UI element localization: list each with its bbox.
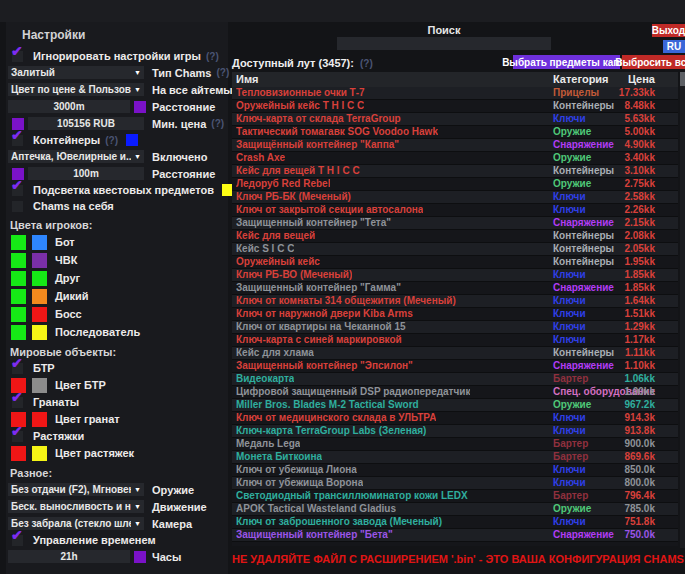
loot-row[interactable]: Защищенный контейнер "Гамма"Снаряжение1.… xyxy=(232,282,678,295)
checkbox-checked[interactable]: ✔ xyxy=(12,135,23,146)
language-button[interactable]: RU xyxy=(663,40,685,53)
sidebar-row-checkbox-28: ✔Управление временем xyxy=(8,532,228,548)
sidebar-row-input-3: 3000mРасстояние xyxy=(8,98,228,115)
loot-row[interactable]: Тактический томагавк SOG Voodoo HawkОруж… xyxy=(232,126,678,139)
value-input[interactable]: 21h xyxy=(8,550,130,563)
loot-row[interactable]: Ключ от убежища ЛионаКлючи850.0k xyxy=(232,464,678,477)
value-input[interactable]: 105156 RUB xyxy=(28,117,144,130)
color-swatch[interactable] xyxy=(32,271,47,286)
checkbox-checked[interactable]: ✔ xyxy=(12,397,23,408)
loot-row[interactable]: Монета БиткоинаБартер869.6k xyxy=(232,451,678,464)
window-titlebar xyxy=(0,0,685,22)
loot-row[interactable]: Оружейный кейсКонтейнеры1.95kk xyxy=(232,256,678,269)
select-kappa-items-button[interactable]: Выбрать предметы каппа xyxy=(513,55,620,69)
loot-row[interactable]: Ключ от квартиры на Чеканной 15Ключи1.29… xyxy=(232,321,678,334)
loot-row[interactable]: Miller Bros. Blades M-2 Tactical SwordОр… xyxy=(232,399,678,412)
checkbox-label: Подсветка квестовых предметов xyxy=(33,184,214,196)
table-scrollbar[interactable] xyxy=(680,72,685,548)
color-swatch[interactable] xyxy=(32,307,47,322)
loot-row[interactable]: Ключ от наружной двери Kiba ArmsКлючи1.5… xyxy=(232,308,678,321)
loot-row[interactable]: Светодиодный трансиллюминатор кожи LEDXБ… xyxy=(232,490,678,503)
loot-row[interactable]: Тепловизионные очки Т-7Прицелы17.33kk xyxy=(232,87,678,100)
loot-row[interactable]: Ледоруб Red RebelОружие2.75kk xyxy=(232,178,678,191)
color-swatch[interactable] xyxy=(32,446,47,461)
loot-row[interactable]: Ключ-карта TerraGroup Labs (Зеленая)Ключ… xyxy=(232,425,678,438)
loot-row[interactable]: Ключ РБ-БК (Меченый)Ключи2.58kk xyxy=(232,191,678,204)
loot-item-name: Цифровой защищенный DSP радиопередатчик xyxy=(236,386,470,397)
color-swatch[interactable] xyxy=(11,307,26,322)
column-header-price: Цена xyxy=(628,73,655,85)
loot-row[interactable]: Кейс S I C CКонтейнеры2.05kk xyxy=(232,243,678,256)
value-input[interactable]: 100m xyxy=(28,167,144,180)
loot-row[interactable]: Ключ от заброшенного завода (Меченый)Клю… xyxy=(232,516,678,529)
loot-row[interactable]: Ключ-карта с синей маркировкойКлючи1.17k… xyxy=(232,334,678,347)
loot-row[interactable]: Ключ от убежища ВоронаКлючи800.0k xyxy=(232,477,678,490)
loot-row[interactable]: Ключ РБ-ВО (Меченый)Ключи1.85kk xyxy=(232,269,678,282)
color-swatch[interactable] xyxy=(11,289,26,304)
loot-table-body: Тепловизионные очки Т-7Прицелы17.33kkОру… xyxy=(232,87,678,546)
checkbox-checked[interactable]: ✔ xyxy=(12,51,23,62)
color-swatch[interactable] xyxy=(134,101,146,113)
color-row-label: Цвет растяжек xyxy=(55,447,134,459)
loot-item-name: Оружейный кейс T H I C C xyxy=(236,100,364,111)
loot-row[interactable]: ВидеокартаБартер1.06kk xyxy=(232,373,678,386)
input-label: Расстояние xyxy=(152,101,215,113)
sidebar-row-checkbox-0: ✔Игнорировать настройки игры(?) xyxy=(8,48,228,64)
color-swatch[interactable] xyxy=(11,446,26,461)
loot-row[interactable]: Ключ от закрытой секции автосалонаКлючи2… xyxy=(232,204,678,217)
loot-row[interactable] xyxy=(232,542,678,546)
loot-row[interactable]: Кейс для вещей T H I C CКонтейнеры3.10kk xyxy=(232,165,678,178)
color-swatch[interactable] xyxy=(11,235,26,250)
dropdown-select[interactable]: Беск. выносливость и нет уста▼ xyxy=(8,500,144,513)
checkbox-checked[interactable]: ✔ xyxy=(12,363,23,374)
loot-row[interactable]: Защищенный контейнер "Бета"Снаряжение750… xyxy=(232,529,678,542)
color-swatch[interactable] xyxy=(32,253,47,268)
sidebar-row-checkbox-20: ✔Гранаты xyxy=(8,394,228,410)
value-input[interactable]: 3000m xyxy=(8,100,130,113)
drop-all-button[interactable]: Выбросить все xyxy=(622,55,685,69)
loot-row[interactable]: Цифровой защищенный DSP радиопередатчикС… xyxy=(232,386,678,399)
loot-row[interactable]: Ключ от медицинского склада в УЛЬТРАКлюч… xyxy=(232,412,678,425)
color-swatch[interactable] xyxy=(32,235,47,250)
loot-row[interactable]: Ключ от комнаты 314 общежития (Меченый)К… xyxy=(232,295,678,308)
loot-row[interactable]: Оружейный кейс T H I C CКонтейнеры8.48kk xyxy=(232,100,678,113)
color-swatch[interactable] xyxy=(32,412,47,427)
dropdown-label: Включено xyxy=(152,151,207,163)
sidebar-row-select-26: Беск. выносливость и нет уста▼Движение xyxy=(8,498,228,515)
dropdown-select[interactable]: Цвет по цене & Пользователь▼ xyxy=(8,83,144,96)
loot-row[interactable]: APOK Tactical Wasteland GladiusОружие785… xyxy=(232,503,678,516)
loot-row[interactable]: Ключ-карта от склада TerraGroupКлючи5.63… xyxy=(232,113,678,126)
dropdown-select[interactable]: Без забрала (стекло шлема)▼ xyxy=(8,517,144,530)
loot-item-name: Тактический томагавк SOG Voodoo Hawk xyxy=(236,126,438,137)
exit-button[interactable]: Выход xyxy=(652,24,685,37)
loot-row[interactable]: Кейс для вещейКонтейнеры2.08kk xyxy=(232,230,678,243)
loot-item-price: 1.51kk xyxy=(624,308,655,319)
color-swatch[interactable] xyxy=(32,325,47,340)
color-swatch[interactable] xyxy=(11,253,26,268)
checkbox-checked[interactable]: ✔ xyxy=(12,535,23,546)
loot-item-category: Ключи xyxy=(553,334,586,345)
dropdown-select[interactable]: Без отдачи (F2), Мгновенное п▼ xyxy=(8,483,144,496)
color-swatch[interactable] xyxy=(11,271,26,286)
table-scrollbar-thumb[interactable] xyxy=(680,72,685,86)
color-swatch[interactable] xyxy=(32,289,47,304)
loot-row[interactable]: Кейс для хламаКонтейнеры1.11kk xyxy=(232,347,678,360)
sidebar-row-section-24: Разное: xyxy=(8,465,228,481)
loot-row[interactable]: Crash AxeОружие3.40kk xyxy=(232,152,678,165)
checkbox-unchecked[interactable] xyxy=(12,201,23,212)
color-swatch[interactable] xyxy=(134,551,146,563)
loot-item-category: Ключи xyxy=(553,308,586,319)
checkbox-checked[interactable]: ✔ xyxy=(12,185,23,196)
loot-row[interactable]: Медаль LegaБартер900.0k xyxy=(232,438,678,451)
dropdown-select[interactable]: Аптечка, Ювелирные и...▼ xyxy=(8,150,144,163)
color-swatch[interactable] xyxy=(11,325,26,340)
color-swatch[interactable] xyxy=(32,378,47,393)
loot-row[interactable]: Защищенный контейнер "Эпсилон"Снаряжение… xyxy=(232,360,678,373)
loot-row[interactable]: Защищённый контейнер "Каппа"Снаряжение4.… xyxy=(232,139,678,152)
column-header-category: Категория xyxy=(553,73,609,85)
checkbox-checked[interactable]: ✔ xyxy=(12,431,23,442)
search-input[interactable] xyxy=(337,37,551,50)
dropdown-select[interactable]: Залитый▼ xyxy=(8,66,144,79)
color-swatch[interactable] xyxy=(126,134,138,146)
loot-row[interactable]: Защищенный контейнер "Тета"Снаряжение2.1… xyxy=(232,217,678,230)
